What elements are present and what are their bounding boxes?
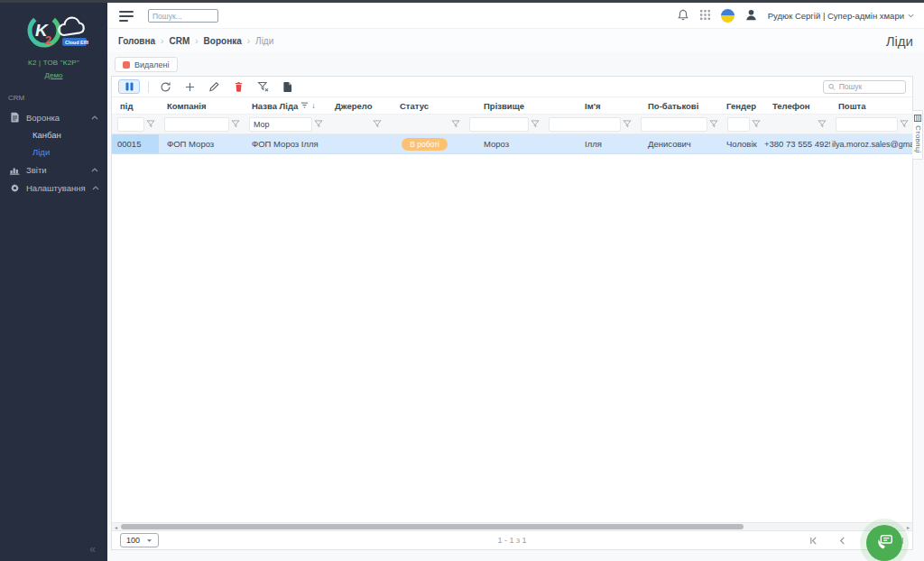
add-button[interactable] bbox=[181, 79, 198, 94]
table-search-box[interactable] bbox=[823, 80, 906, 94]
user-menu[interactable]: Рудюк Сергій | Супер-адмін хмари bbox=[768, 11, 914, 21]
col-header-id[interactable]: під bbox=[112, 101, 159, 111]
col-header-firstname[interactable]: Ім'я bbox=[543, 101, 635, 111]
scrollbar-thumb[interactable] bbox=[121, 524, 744, 529]
filter-input-surname[interactable] bbox=[469, 117, 529, 132]
sidebar-collapse-button[interactable]: « bbox=[89, 543, 96, 556]
filter-cell-email bbox=[830, 115, 912, 133]
columns-panel-label: Стовпці bbox=[914, 125, 922, 153]
filter-cell-patronymic bbox=[635, 115, 722, 133]
prev-page-button[interactable] bbox=[838, 537, 846, 545]
filter-cell-company bbox=[159, 115, 244, 133]
funnel-icon[interactable] bbox=[750, 120, 762, 128]
col-header-status[interactable]: Статус bbox=[385, 101, 464, 111]
col-header-source[interactable]: Джерело bbox=[327, 101, 385, 111]
filter-cell-surname bbox=[464, 115, 543, 133]
breadcrumb-home[interactable]: Головна bbox=[118, 36, 155, 46]
export-file-button[interactable] bbox=[279, 79, 295, 94]
cell-firstname: Ілля bbox=[543, 139, 635, 149]
col-header-lead-name[interactable]: Назва Ліда ↓ bbox=[244, 101, 327, 111]
cell-status: В роботі bbox=[385, 138, 464, 151]
funnel-icon[interactable] bbox=[621, 120, 633, 128]
funnel-icon[interactable] bbox=[229, 120, 242, 128]
sidebar-item-settings[interactable]: Налаштування bbox=[0, 179, 107, 197]
edit-button[interactable] bbox=[206, 79, 222, 94]
gear-icon bbox=[9, 183, 20, 193]
logo[interactable]: K 2 Cloud ERP bbox=[0, 0, 107, 55]
sidebar-item-kanban[interactable]: Канбан bbox=[0, 126, 107, 143]
col-header-patronymic[interactable]: По-батькові bbox=[635, 101, 722, 111]
funnel-icon[interactable] bbox=[816, 120, 828, 128]
funnel-icon[interactable] bbox=[898, 120, 910, 128]
page-size-select[interactable]: 100 bbox=[120, 533, 159, 547]
col-header-surname[interactable]: Прізвище bbox=[464, 101, 543, 111]
col-header-company[interactable]: Компанія bbox=[159, 101, 244, 111]
sidebar-item-label: Звіти bbox=[26, 165, 47, 175]
pagination-bar: 100 1 - 1 з 1 bbox=[112, 530, 912, 549]
apps-grid-icon[interactable] bbox=[699, 9, 711, 23]
sidebar: K 2 Cloud ERP К2 | ТОВ "К2Р" Демо CRM Во… bbox=[0, 0, 107, 561]
callback-widget-button[interactable] bbox=[866, 525, 902, 561]
filter-cell-firstname bbox=[543, 115, 635, 133]
col-header-email[interactable]: Пошта bbox=[830, 101, 912, 111]
sidebar-item-label: Воронка bbox=[26, 113, 60, 123]
scroll-right-icon[interactable]: ▸ bbox=[904, 523, 912, 530]
svg-text:2: 2 bbox=[45, 33, 51, 47]
sidebar-section-crm: CRM bbox=[8, 94, 107, 102]
breadcrumb-leads: Ліди bbox=[255, 36, 273, 46]
bell-icon[interactable] bbox=[677, 8, 689, 23]
global-search-input[interactable] bbox=[148, 9, 218, 23]
clear-filters-icon[interactable] bbox=[254, 79, 271, 94]
flag-ukraine-icon[interactable] bbox=[721, 9, 735, 23]
funnel-icon[interactable] bbox=[707, 120, 720, 128]
table-empty-space bbox=[112, 154, 912, 522]
funnel-icon[interactable] bbox=[449, 120, 462, 128]
sidebar-item-label: Канбан bbox=[32, 130, 61, 140]
leads-table-card: під Компанія Назва Ліда ↓ Джерело Статус… bbox=[111, 76, 913, 550]
env-link[interactable]: Демо bbox=[0, 71, 107, 79]
sort-desc-icon[interactable]: ↓ bbox=[311, 101, 316, 110]
table-row[interactable]: 00015 ФОП Мороз ФОП Мороз Ілля В роботі … bbox=[112, 134, 912, 154]
horizontal-scrollbar[interactable]: ◂ ▸ bbox=[112, 522, 912, 530]
scroll-left-icon[interactable]: ◂ bbox=[112, 523, 120, 530]
funnel-icon[interactable] bbox=[144, 120, 157, 128]
deleted-square-icon bbox=[123, 61, 130, 69]
table-search-input[interactable] bbox=[839, 82, 901, 91]
columns-toggle-button[interactable] bbox=[118, 79, 140, 94]
show-deleted-button[interactable]: Видалені bbox=[115, 57, 178, 72]
chevron-up-icon bbox=[91, 168, 98, 172]
sidebar-item-reports[interactable]: Звіти bbox=[0, 161, 107, 179]
sidebar-item-leads[interactable]: Ліди bbox=[0, 143, 107, 161]
page-size-value: 100 bbox=[126, 536, 140, 545]
breadcrumb-funnel[interactable]: Воронка bbox=[204, 36, 242, 46]
first-page-button[interactable] bbox=[809, 537, 818, 545]
filter-input-company[interactable] bbox=[164, 117, 229, 132]
table-filter-row bbox=[112, 114, 912, 134]
col-header-gender[interactable]: Гендер bbox=[722, 101, 764, 111]
funnel-icon[interactable] bbox=[529, 120, 541, 128]
filter-input-patronymic[interactable] bbox=[641, 117, 707, 132]
breadcrumb-crm[interactable]: CRM bbox=[169, 36, 189, 46]
table-header-row: під Компанія Назва Ліда ↓ Джерело Статус… bbox=[112, 97, 912, 114]
col-header-phone[interactable]: Телефон bbox=[764, 101, 830, 111]
chevron-down-icon bbox=[908, 14, 914, 18]
cell-phone: +380 73 555 4925 bbox=[764, 139, 830, 149]
sidebar-item-funnel[interactable]: Воронка bbox=[0, 108, 107, 126]
user-avatar-icon[interactable] bbox=[744, 8, 758, 23]
refresh-button[interactable] bbox=[157, 79, 173, 94]
funnel-icon[interactable] bbox=[312, 120, 325, 128]
filter-input-firstname[interactable] bbox=[549, 117, 621, 132]
delete-button[interactable] bbox=[230, 79, 246, 94]
cell-patronymic: Денисович bbox=[635, 139, 722, 149]
sidebar-item-label: Налаштування bbox=[26, 183, 86, 193]
filter-input-lead-name[interactable] bbox=[249, 117, 312, 132]
funnel-icon[interactable] bbox=[371, 120, 383, 128]
breadcrumb: Головна › CRM › Воронка › Ліди bbox=[118, 36, 273, 46]
filter-input-email[interactable] bbox=[836, 117, 898, 132]
hamburger-menu-icon[interactable] bbox=[119, 11, 134, 22]
chevron-down-icon bbox=[146, 538, 152, 543]
status-badge: В роботі bbox=[402, 138, 448, 151]
columns-panel-tab[interactable]: Стовпці bbox=[912, 110, 923, 160]
filter-input-id[interactable] bbox=[117, 117, 144, 132]
filter-input-gender[interactable] bbox=[727, 117, 750, 132]
